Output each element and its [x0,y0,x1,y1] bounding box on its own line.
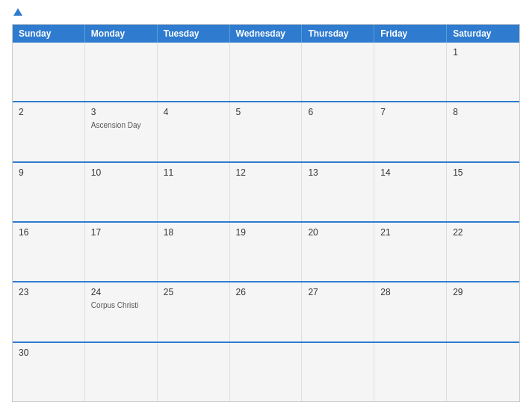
day-number: 24 [91,287,151,297]
calendar-week-row: 30 [13,342,519,401]
day-number: 3 [91,107,151,117]
calendar-cell: 18 [158,223,230,281]
header [12,9,520,16]
calendar-cell: 15 [447,163,519,221]
calendar-page: SundayMondayTuesdayWednesdayThursdayFrid… [0,0,532,411]
calendar-cell: 5 [230,102,303,161]
day-number: 11 [164,167,223,178]
calendar-week-row: 23Ascension Day45678 [13,101,519,161]
day-header-monday: Monday [85,25,158,43]
day-number: 27 [308,287,368,297]
calendar-cell: 19 [230,223,303,281]
calendar-cell: 7 [374,102,447,161]
day-header-sunday: Sunday [13,25,85,43]
calendar-cell: 8 [447,102,519,161]
calendar-cell: 25 [158,282,230,341]
day-number: 10 [91,167,151,178]
calendar-header-row: SundayMondayTuesdayWednesdayThursdayFrid… [13,25,519,43]
calendar-body: 123Ascension Day456789101112131415161718… [13,43,519,401]
day-number: 21 [380,227,440,238]
day-number: 25 [164,287,223,297]
day-number: 8 [453,107,513,117]
calendar-cell: 30 [13,343,85,401]
calendar-cell: 29 [447,282,519,341]
calendar-cell [85,343,158,401]
calendar-cell: 13 [302,163,374,221]
calendar-cell: 4 [158,102,230,161]
day-number: 26 [236,287,296,297]
day-number: 30 [19,347,78,358]
day-header-saturday: Saturday [447,25,519,43]
day-number: 13 [308,167,368,178]
day-header-thursday: Thursday [302,25,374,43]
calendar-cell: 26 [230,282,303,341]
calendar-cell: 6 [302,102,374,161]
day-number: 15 [453,167,513,178]
calendar-cell [230,43,303,101]
day-header-wednesday: Wednesday [230,25,303,43]
day-header-friday: Friday [374,25,447,43]
calendar-cell: 22 [447,223,519,281]
day-number: 6 [308,107,368,117]
logo [12,9,22,16]
calendar-week-row: 16171819202122 [13,221,519,281]
calendar-cell: 24Corpus Christi [85,282,158,341]
day-number: 22 [453,227,513,238]
calendar-week-row: 9101112131415 [13,161,519,221]
day-number: 5 [236,107,296,117]
calendar-cell [374,43,447,101]
day-number: 20 [308,227,368,238]
calendar-cell: 2 [13,102,85,161]
calendar-cell [302,343,374,401]
calendar-cell [85,43,158,101]
calendar-cell: 3Ascension Day [85,102,158,161]
day-number: 14 [380,167,440,178]
calendar-cell: 16 [13,223,85,281]
day-number: 17 [91,227,151,238]
calendar-grid: SundayMondayTuesdayWednesdayThursdayFrid… [12,24,520,402]
calendar-cell: 21 [374,223,447,281]
calendar-cell: 11 [158,163,230,221]
calendar-cell: 1 [447,43,519,101]
day-number: 28 [380,287,440,297]
calendar-cell: 20 [302,223,374,281]
calendar-cell [13,43,85,101]
day-number: 2 [19,107,78,117]
calendar-cell: 12 [230,163,303,221]
day-number: 9 [19,167,78,178]
calendar-cell: 14 [374,163,447,221]
calendar-cell [158,343,230,401]
day-number: 29 [453,287,513,297]
day-header-tuesday: Tuesday [158,25,230,43]
calendar-cell: 17 [85,223,158,281]
day-number: 7 [380,107,440,117]
day-number: 23 [19,287,78,297]
calendar-cell [230,343,303,401]
calendar-cell [447,343,519,401]
calendar-cell: 10 [85,163,158,221]
calendar-week-row: 1 [13,43,519,101]
day-number: 16 [19,227,78,238]
day-number: 18 [164,227,223,238]
calendar-cell [158,43,230,101]
holiday-label: Corpus Christi [91,300,151,310]
day-number: 4 [164,107,223,117]
day-number: 19 [236,227,296,238]
calendar-cell: 27 [302,282,374,341]
calendar-cell [302,43,374,101]
calendar-week-row: 2324Corpus Christi2526272829 [13,281,519,341]
logo-triangle-icon [13,8,22,16]
calendar-cell: 9 [13,163,85,221]
day-number: 12 [236,167,296,178]
calendar-cell: 23 [13,282,85,341]
holiday-label: Ascension Day [91,120,151,130]
calendar-cell: 28 [374,282,447,341]
calendar-cell [374,343,447,401]
day-number: 1 [453,47,513,58]
